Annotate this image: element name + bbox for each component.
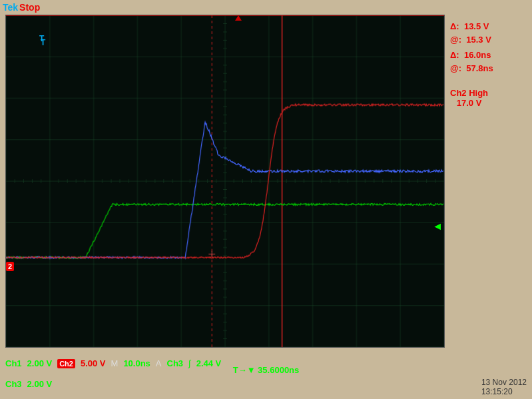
ch3-value: 2.44 V xyxy=(196,358,222,368)
delta-t-label: Δ: 16.0ns xyxy=(450,49,491,62)
oscilloscope-screen: T 2 ◄ xyxy=(5,15,445,348)
ch3-symbol: ∫ xyxy=(188,358,191,368)
date-label: 13 Nov 2012 xyxy=(481,378,527,387)
delta-v-label: Δ: 13.5 V xyxy=(450,20,489,33)
delta-v-value: 13.5 V xyxy=(464,21,489,31)
at-t-label: @: 57.8ns xyxy=(450,62,493,75)
at-v-value: 15.3 V xyxy=(466,35,491,45)
ch3-row-label: Ch3 xyxy=(5,379,22,389)
time-label: 13:15:20 xyxy=(481,387,527,396)
ch1-value: 2.00 V xyxy=(27,358,53,368)
tek-brand: Tek xyxy=(3,2,18,13)
trigger-a-label: A xyxy=(156,358,162,368)
trigger-position: T→▼ 35.6000ns xyxy=(233,365,300,375)
delta-t-value: 16.0ns xyxy=(464,50,491,60)
at-v-label: @: 15.3 V xyxy=(450,33,491,47)
datetime-display: 13 Nov 2012 13:15:20 xyxy=(481,378,527,396)
ch3-label: Ch3 xyxy=(167,358,184,368)
ch2-value: 5.00 V xyxy=(81,358,106,368)
waveform-canvas xyxy=(6,15,444,347)
trigger-marker-t: T xyxy=(39,34,44,43)
ch3-row-value: 2.00 V xyxy=(27,379,53,389)
ch2-badge: Ch2 xyxy=(57,359,75,368)
ch2-marker: 2 xyxy=(6,262,14,271)
right-panel: Δ: 13.5 V @: 15.3 V Δ: 16.0ns @: 57.8ns … xyxy=(447,15,527,348)
ch1-label: Ch1 xyxy=(5,358,22,368)
bottom-row-2: Ch3 2.00 V xyxy=(5,379,527,389)
top-bar: Tek Stop xyxy=(0,0,532,15)
stop-status: Stop xyxy=(19,2,40,13)
ch2-high-label: Ch2 High 17.0 V xyxy=(450,88,488,108)
timebase-label: M xyxy=(111,358,119,368)
oscilloscope: Tek Stop T 2 ◄ Δ: 13.5 V @: 15.3 V Δ: 16… xyxy=(0,0,532,399)
ch3-level-arrow: ◄ xyxy=(432,220,443,232)
timebase-value: 10.0ns xyxy=(123,358,150,368)
at-t-value: 57.8ns xyxy=(466,63,493,73)
